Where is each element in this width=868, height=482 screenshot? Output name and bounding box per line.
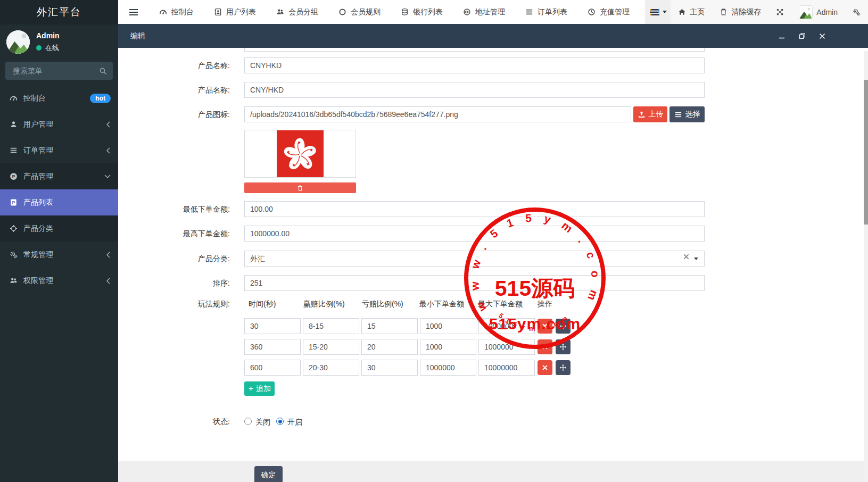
nav-item-dashboard[interactable]: 控制台: [149, 0, 204, 24]
account-menu[interactable]: Admin: [791, 0, 845, 24]
status-off-label[interactable]: 关闭: [255, 418, 270, 426]
sidebar-item-product-category[interactable]: 产品分类: [0, 215, 118, 242]
sidebar-group-products: P 产品管理 P 产品列表 产品分类: [0, 163, 118, 242]
list-icon: [525, 8, 533, 16]
sidebar-item-product-management[interactable]: P 产品管理: [0, 163, 118, 189]
rule-max-input[interactable]: [478, 339, 535, 355]
rule-max-input[interactable]: [478, 318, 535, 334]
move-arrows-icon: [559, 343, 567, 351]
user-panel: Admin 在线: [0, 24, 118, 59]
product-code-input[interactable]: [244, 57, 705, 73]
rules-col-header: 操作: [538, 299, 552, 309]
nav-item-member-groups[interactable]: 会员分组: [266, 0, 328, 24]
field-label: 排序:: [118, 275, 230, 291]
nav-item-address[interactable]: 地址管理: [453, 0, 515, 24]
menu-dropdown-toggle[interactable]: [645, 0, 671, 24]
caret-down-icon: [663, 11, 667, 13]
online-dot-icon: [36, 45, 42, 51]
trash-icon: [297, 185, 303, 192]
rule-min-input[interactable]: [420, 339, 476, 355]
nav-item-member-rules[interactable]: 会员规则: [328, 0, 391, 24]
product-name-input[interactable]: [244, 82, 705, 98]
search-icon[interactable]: [95, 63, 111, 79]
sidebar-menu: 控制台 hot 用户管理 订单管理 P 产品管理 P 产品列表: [0, 85, 118, 294]
remove-rule-button[interactable]: [538, 360, 552, 375]
clock-icon: [588, 8, 596, 16]
upload-button[interactable]: 上传: [633, 106, 667, 122]
sidebar-item-general[interactable]: 常规管理: [0, 242, 118, 268]
svg-text:P: P: [12, 174, 15, 179]
sidebar-item-users[interactable]: 用户管理: [0, 111, 118, 137]
page-scrollbar[interactable]: [864, 51, 868, 482]
choose-button[interactable]: 选择: [669, 106, 705, 122]
x-icon: [542, 364, 548, 371]
clear-selection-icon[interactable]: [683, 254, 689, 260]
rule-max-input[interactable]: [478, 360, 535, 376]
move-rule-button[interactable]: [556, 339, 571, 354]
home-button[interactable]: 主页: [671, 0, 712, 24]
rules-col-header: 最大下单金额: [478, 299, 523, 309]
close-button[interactable]: [818, 32, 826, 40]
user-name: Admin: [36, 31, 60, 40]
nav-item-user-list[interactable]: 用户列表: [204, 0, 266, 24]
rule-loss-ratio-input[interactable]: [361, 360, 418, 376]
sidebar-item-product-list[interactable]: P 产品列表: [0, 189, 118, 215]
chevron-left-icon: [106, 252, 111, 258]
nav-item-recharge[interactable]: 充值管理: [577, 0, 640, 24]
min-amount-input[interactable]: [244, 201, 705, 217]
move-rule-button[interactable]: [556, 360, 571, 375]
category-select[interactable]: 外汇: [244, 251, 705, 267]
colored-hamburger-icon: [649, 8, 660, 16]
database-icon: [401, 8, 409, 16]
rule-min-input[interactable]: [420, 318, 476, 334]
move-arrows-icon: [559, 364, 567, 371]
fullscreen-button[interactable]: [768, 0, 791, 24]
search-input[interactable]: [12, 66, 95, 76]
field-label: 产品名称:: [118, 57, 230, 73]
max-amount-input[interactable]: [244, 226, 705, 242]
rule-win-ratio-input[interactable]: [303, 318, 359, 334]
app-root: { "colors": { "sidebar_bg": "#222d32", "…: [0, 0, 868, 482]
rule-time-input[interactable]: [244, 339, 301, 355]
scrollbar-thumb[interactable]: [864, 80, 868, 225]
remove-rule-button[interactable]: [538, 339, 552, 354]
rule-time-input[interactable]: [244, 318, 301, 334]
nav-item-order-list[interactable]: 订单列表: [515, 0, 577, 24]
clear-cache-button[interactable]: 清除缓存: [712, 0, 768, 24]
rule-loss-ratio-input[interactable]: [361, 339, 418, 355]
sort-input[interactable]: [244, 275, 705, 291]
delete-image-button[interactable]: [244, 182, 356, 193]
maximize-button[interactable]: [798, 32, 806, 40]
status-on-label[interactable]: 开启: [287, 418, 302, 426]
rule-loss-ratio-input[interactable]: [361, 318, 418, 334]
crosshair-icon: [10, 225, 18, 232]
field-label: 最高下单金额:: [118, 226, 230, 242]
sidebar-item-orders[interactable]: 订单管理: [0, 137, 118, 163]
x-icon: [542, 344, 548, 350]
move-rule-button[interactable]: [556, 319, 571, 334]
minimize-button[interactable]: [778, 32, 786, 40]
upload-icon: [638, 111, 646, 119]
select-caret-icon: [694, 257, 698, 260]
remove-rule-button[interactable]: [538, 319, 552, 334]
product-file-icon: P: [10, 198, 18, 206]
rule-win-ratio-input[interactable]: [303, 360, 359, 376]
chevron-left-icon: [106, 121, 111, 128]
add-rule-button[interactable]: 追加: [244, 381, 275, 396]
settings-button[interactable]: [845, 0, 868, 24]
sidebar-item-permissions[interactable]: 权限管理: [0, 268, 118, 294]
partial-input-top[interactable]: [244, 48, 705, 52]
rule-time-input[interactable]: [244, 360, 301, 376]
nav-item-bank-list[interactable]: 银行列表: [391, 0, 453, 24]
field-label: 玩法规则:: [118, 298, 230, 309]
confirm-button[interactable]: 确定: [254, 466, 283, 482]
list-icon: [10, 146, 18, 154]
user-status: 在线: [36, 43, 60, 53]
status-on-radio[interactable]: [276, 418, 284, 425]
status-off-radio[interactable]: [244, 418, 252, 425]
sidebar-toggle-button[interactable]: [118, 0, 149, 24]
sidebar-item-dashboard[interactable]: 控制台 hot: [0, 85, 118, 111]
product-icon-path-input[interactable]: [244, 106, 631, 122]
rule-win-ratio-input[interactable]: [303, 339, 359, 355]
rule-min-input[interactable]: [420, 360, 476, 376]
